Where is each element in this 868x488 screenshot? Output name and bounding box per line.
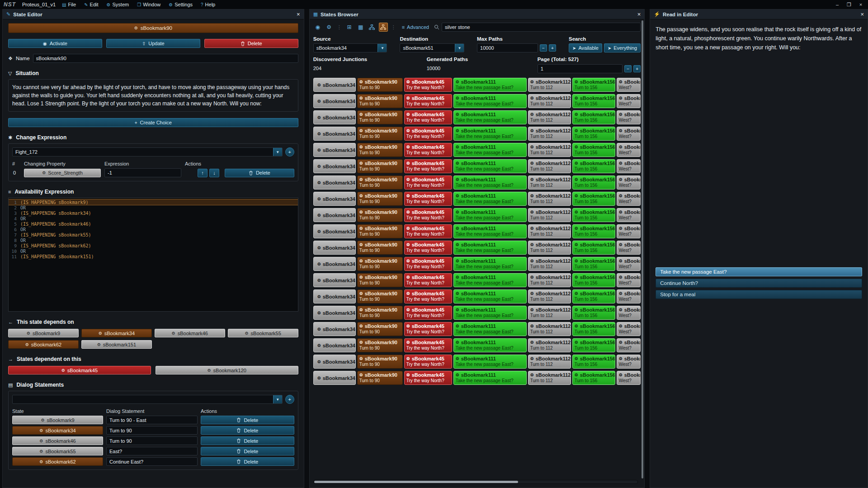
path-cell[interactable]: ⚙sBookmark45Try the way North? — [404, 78, 452, 92]
path-cell[interactable]: ⚙sBookmark45Try the way North? — [404, 289, 452, 303]
path-cell[interactable]: ⚙sBookmark111Take the new passage East? — [453, 110, 527, 124]
dropdown-icon[interactable]: ▼ — [273, 148, 282, 156]
activate-button[interactable]: ◉ Activate — [8, 39, 102, 48]
move-up-button[interactable]: ↑ — [198, 169, 208, 177]
path-cell[interactable]: ⚙sBookmark111Take the new passage East? — [453, 371, 527, 385]
delete-button[interactable]: Delete — [204, 39, 298, 48]
close-icon[interactable]: × — [297, 11, 300, 18]
path-cell[interactable]: ⚙sBookmark111Take the new passage East? — [453, 127, 527, 141]
state-button-sbookmark46[interactable]: ⚙sBookmark46 — [155, 329, 225, 337]
state-button-sbookmark151[interactable]: ⚙sBookmark151 — [81, 340, 152, 349]
path-cell[interactable]: ⚙sBookmark90Turn to 90 — [357, 289, 403, 303]
path-cell[interactable]: ⚙sBookmark111Take the new passage East? — [453, 159, 527, 173]
path-cell[interactable]: ⚙sBookmark45Try the way North? — [404, 241, 452, 255]
add-change-expression-button[interactable]: + — [285, 147, 294, 156]
path-cell[interactable]: ⚙sBookmarkWest? — [617, 338, 641, 352]
add-dialog-statement-button[interactable]: + — [285, 395, 294, 404]
max-paths-increment-button[interactable]: + — [549, 44, 556, 52]
path-cell[interactable]: ⚙sBookmark45Try the way North? — [404, 175, 452, 190]
state-button-sbookmark9[interactable]: ⚙sBookmark9 — [8, 329, 79, 337]
change-expression-select[interactable]: Fight_172 ▼ — [12, 147, 283, 156]
expression-line[interactable]: 8OR — [9, 237, 298, 243]
path-cell[interactable]: ⚙sBookmark112Turn to 112 — [528, 241, 571, 255]
path-cell[interactable]: ⚙sBookmarkWest? — [617, 94, 641, 108]
dropdown-icon[interactable]: ▼ — [273, 395, 282, 403]
delete-dialog-button[interactable]: Delete — [201, 457, 294, 466]
path-cell[interactable]: ⚙sBookmarkWest? — [617, 241, 641, 255]
path-cell[interactable]: ⚙sBookmark90Turn to 90 — [357, 371, 403, 385]
path-cell[interactable]: ⚙sBookmark111Take the new passage East? — [453, 143, 527, 157]
state-button-sbookmark55[interactable]: ⚙sBookmark55 — [228, 329, 298, 337]
path-cell[interactable]: ⚙sBookmark112Turn to 112 — [528, 306, 571, 320]
path-cell[interactable]: ⚙sBookmark111Take the new passage East? — [453, 273, 527, 287]
path-cell[interactable]: ⚙sBookmarkWest? — [617, 208, 641, 222]
update-button[interactable]: ⇧ Update — [106, 39, 200, 48]
path-cell[interactable]: ⚙sBookmark90Turn to 90 — [357, 175, 403, 190]
menu-system[interactable]: ⚙System — [107, 2, 129, 7]
path-cell[interactable]: ⚙sBookmarkWest? — [617, 143, 641, 157]
menu-settings[interactable]: ⚙Settings — [169, 2, 193, 7]
path-cell[interactable]: ⚙sBookmark90Turn to 90 — [357, 224, 403, 238]
search-input[interactable] — [442, 23, 641, 32]
path-cell[interactable]: ⚙sBookmark111Take the new passage East? — [453, 78, 527, 92]
path-cell[interactable]: ⚙sBookmark156Turn to 156 — [572, 78, 615, 92]
path-cell[interactable]: ⚙sBookmark156Turn to 156 — [572, 143, 615, 157]
path-cell[interactable]: ⚙sBookmark90Turn to 90 — [357, 273, 403, 287]
availability-code[interactable]: 1(IS_HAPPENING sBookmark9)2OR3(IS_HAPPEN… — [8, 198, 298, 312]
grid-view-button[interactable]: ⊞ — [345, 23, 354, 32]
path-cell[interactable]: ⚙sBookmark112Turn to 112 — [528, 143, 571, 157]
path-cell[interactable]: ⚙sBookmark156Turn to 156 — [572, 273, 615, 287]
expression-line[interactable]: 5(IS_HAPPENING sBookmark46) — [9, 221, 298, 227]
path-cell[interactable]: ⚙sBookmark45Try the way North? — [404, 143, 452, 157]
path-cell[interactable]: ⚙sBookmark90Turn to 90 — [357, 338, 403, 352]
path-cell[interactable]: ⚙sBookmark90Turn to 90 — [357, 355, 403, 369]
path-cell[interactable]: ⚙sBookmark156Turn to 156 — [572, 175, 615, 190]
path-cell[interactable]: ⚙sBookmark90Turn to 90 — [357, 208, 403, 222]
path-cell[interactable]: ⚙sBookmark156Turn to 156 — [572, 127, 615, 141]
path-cell[interactable]: ⚙sBookmarkWest? — [617, 78, 641, 92]
path-cell[interactable]: ⚙sBookmarkWest? — [617, 273, 641, 287]
path-cell[interactable]: ⚙sBookmark111Take the new passage East? — [453, 192, 527, 206]
path-cell[interactable]: ⚙sBookmarkWest? — [617, 224, 641, 238]
paths-view-button[interactable] — [379, 23, 388, 32]
path-cell[interactable]: ⚙sBookmark156Turn to 156 — [572, 159, 615, 173]
expression-line[interactable]: 2OR — [9, 205, 298, 210]
path-cell[interactable]: ⚙sBookmark90Turn to 90 — [357, 127, 403, 141]
table-view-button[interactable]: ▦ — [356, 23, 365, 32]
max-paths-decrement-button[interactable]: − — [540, 44, 547, 52]
path-cell[interactable]: ⚙sBookmark34 — [313, 322, 356, 336]
path-cell[interactable]: ⚙sBookmark45Try the way North? — [404, 94, 452, 108]
path-cell[interactable]: ⚙sBookmark90Turn to 90 — [357, 110, 403, 124]
path-cell[interactable]: ⚙sBookmark34 — [313, 94, 356, 108]
path-cell[interactable]: ⚙sBookmark111Take the new passage East? — [453, 306, 527, 320]
path-cell[interactable]: ⚙sBookmark34 — [313, 338, 356, 352]
state-button-sbookmark34[interactable]: ⚙sBookmark34 — [12, 426, 103, 435]
state-button-sbookmark46[interactable]: ⚙sBookmark46 — [12, 436, 103, 445]
path-cell[interactable]: ⚙sBookmark34 — [313, 143, 356, 157]
move-down-button[interactable]: ↓ — [209, 169, 219, 177]
expression-line[interactable]: 4OR — [9, 216, 298, 221]
max-paths-input[interactable] — [477, 43, 538, 52]
path-cell[interactable]: ⚙sBookmark111Take the new passage East? — [453, 322, 527, 336]
generate-button[interactable]: ◉ — [313, 23, 322, 32]
path-cell[interactable]: ⚙sBookmark90Turn to 90 — [357, 257, 403, 271]
path-cell[interactable]: ⚙sBookmark34 — [313, 241, 356, 255]
current-state-button[interactable]: ⚙ sBookmark90 — [8, 23, 298, 33]
path-cell[interactable]: ⚙sBookmark111Take the new passage East? — [453, 175, 527, 190]
expression-line[interactable]: 3(IS_HAPPENING sBookmark34) — [9, 210, 298, 216]
path-cell[interactable]: ⚙sBookmark90Turn to 90 — [357, 192, 403, 206]
path-cell[interactable]: ⚙sBookmark112Turn to 112 — [528, 78, 571, 92]
close-icon[interactable]: × — [858, 2, 863, 7]
path-cell[interactable]: ⚙sBookmark156Turn to 156 — [572, 371, 615, 385]
path-cell[interactable]: ⚙sBookmarkWest? — [617, 127, 641, 141]
path-cell[interactable]: ⚙sBookmark156Turn to 156 — [572, 208, 615, 222]
path-cell[interactable]: ⚙sBookmark34 — [313, 127, 356, 141]
path-cell[interactable]: ⚙sBookmark45Try the way North? — [404, 208, 452, 222]
path-cell[interactable]: ⚙sBookmark90Turn to 90 — [357, 306, 403, 320]
path-cell[interactable]: ⚙sBookmarkWest? — [617, 110, 641, 124]
expression-line[interactable]: 9(IS_HAPPENING sBookmark62) — [9, 243, 298, 248]
page-decrement-button[interactable]: − — [624, 65, 632, 72]
path-cell[interactable]: ⚙sBookmark45Try the way North? — [404, 127, 452, 141]
path-cell[interactable]: ⚙sBookmark34 — [313, 78, 356, 92]
path-cell[interactable]: ⚙sBookmark45Try the way North? — [404, 322, 452, 336]
